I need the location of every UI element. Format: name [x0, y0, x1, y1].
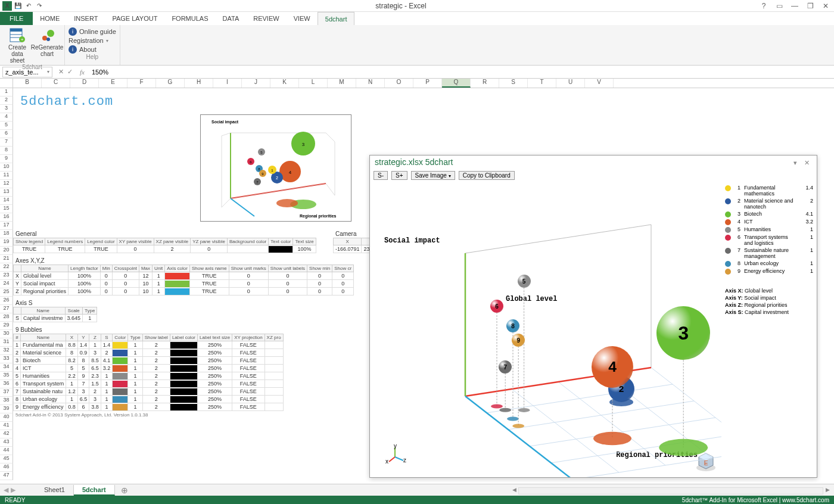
panel-close-icon[interactable]: ✕	[802, 159, 812, 166]
row-header[interactable]: 29	[0, 322, 13, 330]
scroll-right-icon[interactable]: ▶	[823, 487, 832, 495]
qa-save-icon[interactable]: 💾	[13, 1, 23, 11]
legend-item[interactable]: 4ICT3.2	[725, 218, 813, 226]
regenerate-chart-button[interactable]: ReGenerate chart	[33, 26, 61, 64]
tab-nav-prev-icon[interactable]: ◀	[4, 486, 8, 494]
row-header[interactable]: 6	[0, 130, 13, 138]
row-header[interactable]: 8	[0, 147, 13, 155]
row-header[interactable]: 14	[0, 197, 13, 205]
ribbon-tab-file[interactable]: FILE	[0, 12, 33, 25]
column-header[interactable]: S	[499, 79, 528, 88]
save-image-button[interactable]: Save Image ▾	[411, 171, 455, 180]
ribbon-tab-review[interactable]: REVIEW	[246, 12, 286, 25]
row-header[interactable]: 18	[0, 230, 13, 238]
copy-clipboard-button[interactable]: Copy to Clipboard	[459, 171, 515, 180]
brand-link[interactable]: 5dchart.com	[20, 94, 113, 109]
tab-nav-next-icon[interactable]: ▶	[11, 486, 15, 494]
column-header[interactable]: O	[385, 79, 413, 88]
online-guide-link[interactable]: iOnline guide	[69, 27, 116, 36]
ribbon-tab-5dchart[interactable]: 5dchart	[318, 12, 355, 25]
row-header[interactable]: 47	[0, 472, 13, 480]
legend-item[interactable]: 9Energy efficiency1	[725, 267, 813, 275]
ribbon-tab-formulas[interactable]: FORMULAS	[164, 12, 215, 25]
bubble-4[interactable]: 4	[592, 346, 633, 388]
column-header[interactable]: Q	[442, 79, 471, 88]
column-header[interactable]: E	[99, 79, 127, 88]
close-icon[interactable]: ✕	[820, 2, 832, 10]
row-header[interactable]: 5	[0, 122, 13, 130]
ribbon-tab-insert[interactable]: INSERT	[67, 12, 105, 25]
column-header[interactable]: L	[299, 79, 328, 88]
legend-item[interactable]: 5Humanities1	[725, 226, 813, 234]
minimize-icon[interactable]: —	[789, 2, 801, 10]
bubble-chart-3d[interactable]: Social impact Global level Regional prio…	[370, 182, 721, 477]
bubble-8[interactable]: 8	[506, 319, 519, 332]
row-header[interactable]: 31	[0, 338, 13, 347]
row-header[interactable]: 38	[0, 397, 13, 405]
row-header[interactable]: 9	[0, 155, 13, 163]
legend-item[interactable]: 6Transport systems and logistics1	[725, 234, 813, 247]
row-header[interactable]: 46	[0, 463, 13, 472]
row-header[interactable]: 44	[0, 447, 13, 455]
horizontal-scrollbar[interactable]: ◀ ▶	[510, 486, 832, 496]
sheet-tab[interactable]: Sheet1	[36, 485, 74, 496]
column-header[interactable]: D	[70, 79, 99, 88]
row-header[interactable]: 42	[0, 430, 13, 438]
add-sheet-button[interactable]: ⊕	[115, 486, 134, 495]
legend-item[interactable]: 2Material science and nanotech2	[725, 197, 813, 210]
column-header[interactable]: R	[471, 79, 499, 88]
column-header[interactable]: J	[242, 79, 270, 88]
row-header[interactable]: 36	[0, 380, 13, 388]
row-header[interactable]: 4	[0, 113, 13, 122]
column-header[interactable]: B	[13, 79, 42, 88]
ribbon-tab-page-layout[interactable]: PAGE LAYOUT	[105, 12, 164, 25]
fx-icon[interactable]: fx	[76, 69, 88, 76]
bubble-5[interactable]: 5	[518, 275, 531, 288]
row-header[interactable]: 23	[0, 272, 13, 280]
about-link[interactable]: iAbout	[69, 45, 116, 54]
bubble-6[interactable]: 6	[490, 300, 503, 313]
row-header[interactable]: 7	[0, 138, 13, 147]
general-table[interactable]: Show legendLegend numbersLegend colorXY …	[13, 238, 316, 253]
row-header[interactable]: 1	[0, 88, 13, 97]
create-data-sheet-button[interactable]: + Create data sheet	[4, 26, 31, 64]
accept-formula-icon[interactable]: ✓	[67, 68, 73, 76]
legend-item[interactable]: 3Biotech4.1	[725, 210, 813, 218]
column-header[interactable]: U	[556, 79, 585, 88]
maximize-icon[interactable]: ❐	[804, 2, 816, 10]
row-header[interactable]: 30	[0, 330, 13, 338]
row-header[interactable]: 32	[0, 347, 13, 355]
row-header[interactable]: 33	[0, 355, 13, 363]
name-box[interactable]: z_axis_te...▾	[2, 67, 52, 77]
bubble-3[interactable]: 3	[656, 306, 710, 360]
row-header[interactable]: 34	[0, 363, 13, 372]
ribbon-tab-view[interactable]: VIEW	[287, 12, 318, 25]
column-header[interactable]: I	[213, 79, 242, 88]
registration-link[interactable]: Registration▾	[69, 37, 116, 44]
row-header[interactable]: 17	[0, 222, 13, 230]
row-header[interactable]: 45	[0, 455, 13, 463]
legend-item[interactable]: 1Fundamental mathematics1.4	[725, 184, 813, 197]
row-header[interactable]: 28	[0, 313, 13, 322]
axes-table[interactable]: NameLength factorMinCrosspointMaxUnitAxi…	[13, 265, 354, 295]
column-header[interactable]: T	[528, 79, 556, 88]
row-header[interactable]: 39	[0, 405, 13, 413]
row-header[interactable]: 21	[0, 255, 13, 263]
help-icon[interactable]: ?	[758, 2, 770, 10]
qa-redo-icon[interactable]: ↷	[35, 1, 44, 11]
qa-undo-icon[interactable]: ↶	[24, 1, 33, 11]
legend-item[interactable]: 7Sustainable nature management1	[725, 247, 813, 260]
sheet-tab[interactable]: 5dchart	[74, 485, 115, 496]
row-header[interactable]: 24	[0, 280, 13, 288]
column-header[interactable]: C	[42, 79, 70, 88]
row-header[interactable]: 2	[0, 97, 13, 105]
column-header[interactable]: V	[585, 79, 614, 88]
axis-s-table[interactable]: NameScaleTypeSCapital investme3.6451	[13, 307, 97, 322]
row-header[interactable]: 12	[0, 180, 13, 188]
ribbon-tab-data[interactable]: DATA	[216, 12, 247, 25]
scroll-left-icon[interactable]: ◀	[510, 487, 518, 495]
row-header[interactable]: 20	[0, 247, 13, 255]
legend-item[interactable]: 8Urban ecology1	[725, 260, 813, 267]
column-header[interactable]: N	[356, 79, 385, 88]
row-header[interactable]: 41	[0, 422, 13, 430]
